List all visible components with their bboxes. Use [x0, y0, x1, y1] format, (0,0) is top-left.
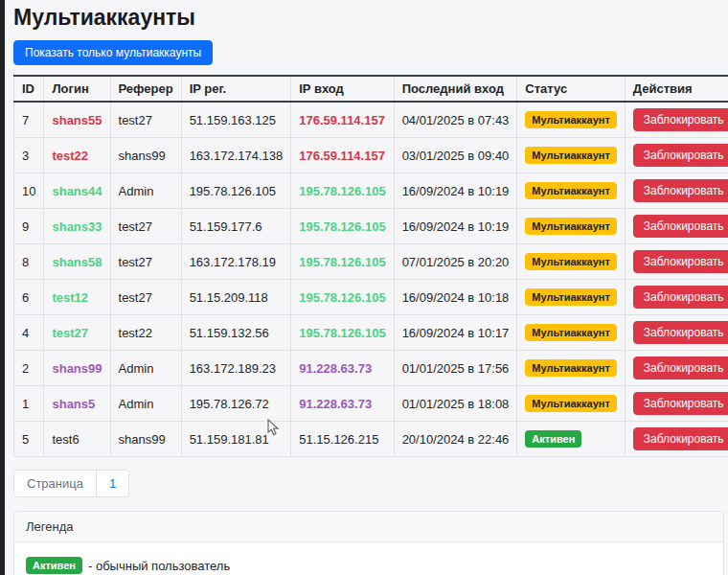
block-button[interactable]: Заблокировать [633, 392, 728, 415]
cell-referrer: test27 [110, 102, 181, 138]
block-button[interactable]: Заблокировать [633, 108, 728, 131]
cell-login: shans58 [44, 244, 110, 280]
block-button[interactable]: Заблокировать [633, 321, 728, 344]
cell-actions: Заблокировать [625, 138, 728, 173]
block-button[interactable]: Заблокировать [633, 215, 728, 238]
cell-login: test22 [44, 138, 110, 173]
cell-ip-login: 195.78.126.105 [291, 244, 394, 280]
cell-ip-reg: 195.78.126.105 [181, 173, 291, 209]
pagination-page-1[interactable]: 1 [96, 470, 129, 497]
cell-actions: Заблокировать [625, 280, 728, 315]
cell-referrer: Admin [110, 386, 181, 422]
cell-ip-reg: 51.159.181.81 [181, 422, 291, 457]
block-button[interactable]: Заблокировать [633, 179, 728, 202]
legend-item: Активен- обычный пользователь [26, 557, 712, 574]
cell-ip-login: 195.78.126.105 [291, 280, 394, 315]
cell-status: Активен [517, 422, 625, 457]
cell-last-login: 20/10/2024 в 22:46 [394, 422, 517, 457]
cell-ip-login: 195.78.126.105 [291, 173, 394, 209]
cell-login: shans5 [44, 386, 110, 422]
status-badge[interactable]: Мультиаккаунт [525, 253, 616, 270]
table-row: 4test27test2251.159.132.56195.78.126.105… [14, 315, 728, 351]
cell-actions: Заблокировать [625, 422, 728, 457]
cell-status: Мультиаккаунт [517, 351, 625, 386]
cell-actions: Заблокировать [625, 244, 728, 280]
cell-actions: Заблокировать [625, 315, 728, 351]
header-login: Логин [44, 76, 110, 102]
cell-actions: Заблокировать [625, 351, 728, 386]
pagination-label: Страница [13, 470, 97, 497]
cell-status: Мультиаккаунт [517, 244, 625, 280]
cell-referrer: test27 [110, 209, 181, 244]
cell-last-login: 01/01/2025 в 18:08 [394, 386, 517, 422]
cell-id: 7 [14, 102, 44, 138]
cell-login: test27 [44, 315, 110, 351]
accounts-table-body: 7shans55test2751.159.163.125176.59.114.1… [14, 102, 728, 457]
cell-id: 6 [14, 280, 44, 315]
pagination: Страница 1 [13, 470, 719, 497]
status-badge[interactable]: Мультиаккаунт [525, 218, 616, 235]
status-badge[interactable]: Мультиаккаунт [525, 324, 616, 341]
block-button[interactable]: Заблокировать [633, 286, 728, 309]
cell-last-login: 16/09/2024 в 10:17 [394, 315, 517, 351]
header-ip-login: IP вход [291, 76, 394, 102]
cell-last-login: 16/09/2024 в 10:19 [394, 209, 517, 244]
status-badge[interactable]: Активен [525, 430, 581, 448]
cell-id: 1 [14, 386, 44, 422]
cell-login: test12 [44, 280, 110, 315]
cell-ip-reg: 51.159.177.6 [181, 209, 291, 244]
block-button[interactable]: Заблокировать [633, 427, 728, 450]
legend-body: Активен- обычный пользовательМультиаккау… [14, 542, 723, 575]
cell-actions: Заблокировать [625, 209, 728, 244]
status-badge[interactable]: Мультиаккаунт [525, 182, 616, 199]
header-id: ID [14, 76, 44, 102]
cell-status: Мультиаккаунт [517, 280, 625, 315]
cell-ip-login: 51.15.126.215 [291, 422, 394, 457]
cell-status: Мультиаккаунт [517, 209, 625, 244]
legend-badge: Активен [26, 557, 82, 574]
cell-login: shans44 [44, 173, 110, 209]
status-badge[interactable]: Мультиаккаунт [525, 288, 616, 306]
status-badge[interactable]: Мультиаккаунт [525, 111, 616, 128]
cell-ip-login: 91.228.63.73 [291, 386, 394, 422]
cell-ip-reg: 163.172.178.19 [181, 244, 291, 280]
legend-item-text: - обычный пользователь [88, 559, 230, 573]
cell-login: shans33 [44, 209, 110, 244]
cell-last-login: 04/01/2025 в 07:43 [394, 102, 517, 138]
cell-ip-reg: 51.15.209.118 [181, 280, 291, 315]
cell-login: shans99 [44, 351, 110, 386]
cell-referrer: Admin [110, 173, 181, 209]
cell-last-login: 07/01/2025 в 20:20 [394, 244, 517, 280]
cell-ip-reg: 51.159.163.125 [181, 102, 291, 138]
header-actions: Действия [625, 76, 728, 102]
cell-ip-login: 195.78.126.105 [291, 209, 394, 244]
table-row: 10shans44Admin195.78.126.105195.78.126.1… [14, 173, 728, 209]
table-row: 5test6shans9951.159.181.8151.15.126.2152… [14, 422, 728, 457]
cell-referrer: test27 [110, 280, 181, 315]
cell-status: Мультиаккаунт [517, 386, 625, 422]
cell-id: 2 [14, 351, 44, 386]
cell-actions: Заблокировать [625, 173, 728, 209]
table-header: ID Логин Реферер IP рег. IP вход Последн… [14, 76, 728, 102]
block-button[interactable]: Заблокировать [633, 250, 728, 273]
cell-ip-login: 195.78.126.105 [291, 315, 394, 351]
show-multiaccounts-button[interactable]: Показать только мультиаккаунты [13, 40, 213, 65]
cell-referrer: Admin [110, 351, 181, 386]
cell-id: 5 [14, 422, 44, 457]
block-button[interactable]: Заблокировать [633, 356, 728, 380]
status-badge[interactable]: Мультиаккаунт [525, 147, 616, 164]
table-row: 8shans58test27163.172.178.19195.78.126.1… [14, 244, 728, 280]
cell-referrer: shans99 [110, 422, 181, 457]
cell-id: 10 [14, 173, 44, 209]
cell-status: Мультиаккаунт [517, 102, 625, 138]
cell-actions: Заблокировать [625, 102, 728, 138]
status-badge[interactable]: Мультиаккаунт [525, 395, 616, 412]
cell-status: Мультиаккаунт [517, 315, 625, 351]
header-referrer: Реферер [110, 76, 181, 102]
cell-status: Мультиаккаунт [517, 138, 625, 173]
header-last-login: Последний вход [394, 76, 517, 102]
block-button[interactable]: Заблокировать [633, 144, 728, 167]
table-row: 1shans5Admin195.78.126.7291.228.63.7301/… [14, 386, 728, 422]
status-badge[interactable]: Мультиаккаунт [525, 359, 616, 377]
table-row: 7shans55test2751.159.163.125176.59.114.1… [14, 102, 728, 138]
